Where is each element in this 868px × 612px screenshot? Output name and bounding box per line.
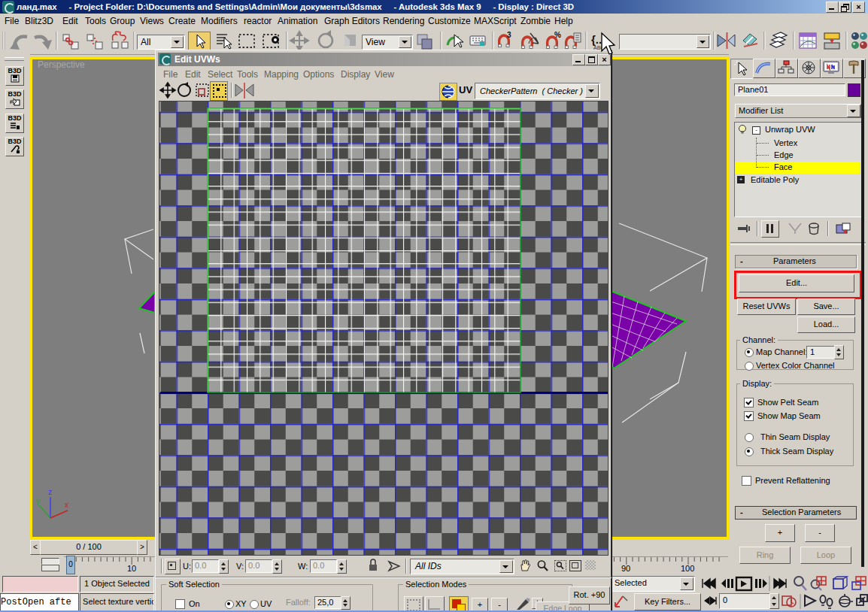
svg-text:3: 3 — [507, 31, 511, 39]
svg-text:z: z — [48, 488, 52, 496]
svg-text:%: % — [554, 31, 561, 39]
svg-text:x: x — [65, 501, 68, 509]
svg-text:100: 100 — [681, 564, 694, 573]
svg-text:y: y — [36, 497, 40, 505]
svg-text:90: 90 — [621, 564, 630, 573]
svg-text:Perspective: Perspective — [38, 59, 85, 70]
svg-text:10: 10 — [127, 564, 136, 573]
